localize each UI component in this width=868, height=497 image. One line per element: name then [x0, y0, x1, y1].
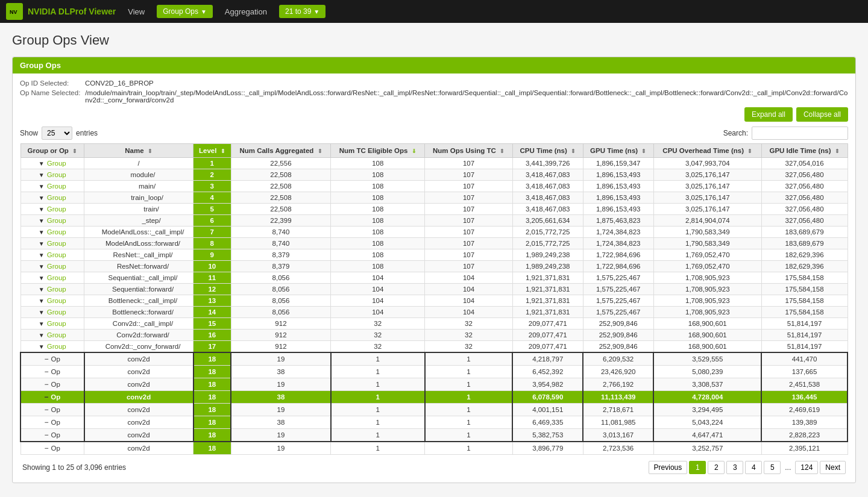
cpu-time-cell: 1,921,371,831 [512, 307, 583, 318]
view-nav[interactable]: View [123, 5, 149, 19]
table-row[interactable]: ▼GroupResNet::_call_impl/98,3791081071,9… [20, 249, 848, 261]
page-124-button[interactable]: 124 [795, 461, 818, 474]
expand-arrow[interactable]: ▼ [39, 320, 45, 327]
table-row[interactable]: ▼Group/122,5561081073,441,399,7261,896,1… [20, 158, 848, 169]
num-tc-eligible-cell: 32 [331, 318, 425, 330]
expand-arrow[interactable]: ▼ [39, 332, 45, 339]
col-cpu-time[interactable]: CPU Time (ns) ⇕ [512, 144, 583, 158]
table-row[interactable]: −Opconv2d1838116,469,33511,081,9855,043,… [20, 416, 848, 429]
expand-arrow[interactable]: − [45, 405, 49, 414]
cpu-overhead-cell: 3,252,757 [653, 442, 761, 455]
expand-arrow[interactable]: ▼ [39, 206, 45, 213]
page-3-button[interactable]: 3 [726, 461, 743, 474]
page-1-button[interactable]: 1 [689, 461, 706, 474]
table-row[interactable]: ▼GroupModelAndLoss::_call_impl/78,740108… [20, 227, 848, 238]
num-tc-eligible-cell: 1 [331, 366, 425, 378]
expand-arrow[interactable]: − [45, 431, 49, 439]
page-2-button[interactable]: 2 [708, 461, 725, 474]
col-gpu-time[interactable]: GPU Time (ns) ⇕ [583, 144, 653, 158]
expand-all-button[interactable]: Expand all [744, 107, 793, 122]
expand-arrow[interactable]: ▼ [39, 263, 45, 270]
num-tc-eligible-cell: 1 [331, 429, 425, 442]
collapse-all-button[interactable]: Collapse all [796, 107, 848, 122]
entries-select[interactable]: 25 50 100 [42, 127, 72, 140]
table-row[interactable]: ▼GroupModelAndLoss::forward/88,740108107… [20, 238, 848, 249]
col-group-or-op[interactable]: Group or Op ⇕ [20, 144, 84, 158]
num-calls-cell: 22,399 [231, 215, 331, 227]
expand-arrow[interactable]: − [45, 380, 49, 389]
expand-arrow[interactable]: − [45, 418, 49, 427]
expand-arrow[interactable]: ▼ [39, 252, 45, 258]
expand-arrow[interactable]: ▼ [39, 309, 45, 316]
expand-arrow[interactable]: ▼ [39, 240, 45, 247]
table-row[interactable]: −Opconv2d1819114,001,1512,718,6713,294,4… [20, 404, 848, 416]
table-row[interactable]: ▼GroupConv2d::forward/169123232209,077,4… [20, 330, 848, 341]
op-id-row: Op ID Selected: CONV2D_16_BPROP [20, 80, 848, 87]
search-input[interactable] [752, 127, 848, 140]
group-or-op-cell: ▼Group [20, 341, 84, 353]
table-row[interactable]: ▼Groupmain/322,5081081073,418,467,0831,8… [20, 181, 848, 192]
expand-arrow[interactable]: ▼ [39, 298, 45, 304]
expand-arrow[interactable]: ▼ [39, 229, 45, 236]
group-or-op-cell: −Op [20, 442, 84, 455]
next-button[interactable]: Next [820, 461, 846, 474]
gpu-idle-cell: 175,584,158 [761, 307, 848, 318]
col-num-ops-tc[interactable]: Num Ops Using TC ⇕ [425, 144, 513, 158]
table-row[interactable]: ▼GroupSequential::_call_impl/118,0561041… [20, 272, 848, 284]
name-cell: ModelAndLoss::forward/ [84, 238, 193, 249]
table-row[interactable]: −Opconv2d1819115,382,7533,013,1674,647,4… [20, 429, 848, 442]
cpu-overhead-cell: 5,043,224 [653, 416, 761, 429]
table-row[interactable]: ▼GroupBottleneck::_call_impl/138,0561041… [20, 295, 848, 307]
expand-arrow[interactable]: ▼ [39, 343, 45, 350]
group-ops-btn[interactable]: Group Ops ▼ [157, 5, 213, 18]
expand-arrow[interactable]: ▼ [39, 217, 45, 224]
cpu-time-cell: 209,077,471 [512, 341, 583, 353]
num-calls-cell: 38 [231, 416, 331, 429]
gpu-idle-cell: 137,665 [761, 366, 848, 378]
table-row[interactable]: −Opconv2d1838116,452,39223,426,9205,080,… [20, 366, 848, 378]
col-cpu-overhead[interactable]: CPU Overhead Time (ns) ⇕ [653, 144, 761, 158]
col-name[interactable]: Name ⇕ [84, 144, 193, 158]
expand-arrow[interactable]: ▼ [39, 195, 45, 201]
group-or-op-cell: ▼Group [20, 330, 84, 341]
table-row[interactable]: ▼Groupmodule/222,5081081073,418,467,0831… [20, 169, 848, 181]
expand-arrow[interactable]: − [45, 444, 49, 452]
table-row[interactable]: ▼GroupSequential::forward/128,0561041041… [20, 284, 848, 295]
num-calls-cell: 912 [231, 318, 331, 330]
table-row[interactable]: −Opconv2d1819113,896,7792,723,5363,252,7… [20, 442, 848, 455]
table-row[interactable]: ▼Grouptrain_loop/422,5081081073,418,467,… [20, 192, 848, 204]
cpu-overhead-cell: 3,047,993,704 [653, 158, 761, 169]
cpu-overhead-cell: 3,294,495 [653, 404, 761, 416]
table-header-row: Group or Op ⇕ Name ⇕ Level ⇕ Num Calls A… [20, 144, 848, 158]
col-num-tc-eligible[interactable]: Num TC Eligible Ops ⇓ [331, 144, 425, 158]
page-4-button[interactable]: 4 [745, 461, 762, 474]
num-tc-eligible-cell: 1 [331, 404, 425, 416]
table-row[interactable]: −Opconv2d1819114,218,7976,209,5323,529,5… [20, 352, 848, 366]
col-level[interactable]: Level ⇕ [193, 144, 231, 158]
table-row[interactable]: ▼Group_step/622,3991081073,205,661,6341,… [20, 215, 848, 227]
expand-arrow[interactable]: − [45, 355, 49, 363]
table-row[interactable]: −Opconv2d1838116,078,59011,113,4394,728,… [20, 391, 848, 404]
expand-arrow[interactable]: ▼ [39, 172, 45, 178]
col-gpu-idle[interactable]: GPU Idle Time (ns) ⇕ [761, 144, 848, 158]
group-or-op-label: Group [47, 160, 66, 167]
page-5-button[interactable]: 5 [764, 461, 781, 474]
expand-arrow[interactable]: ▼ [39, 286, 45, 293]
expand-arrow[interactable]: ▼ [39, 275, 45, 281]
expand-arrow[interactable]: − [44, 393, 48, 401]
expand-arrow[interactable]: ▼ [39, 160, 45, 167]
brand: NV NVIDIA DLProf Viewer [6, 3, 116, 20]
col-num-calls[interactable]: Num Calls Aggregated ⇕ [231, 144, 331, 158]
table-row[interactable]: −Opconv2d1819113,954,9822,766,1923,308,5… [20, 378, 848, 391]
aggregation-nav[interactable]: Aggregation [220, 5, 272, 19]
table-row[interactable]: ▼GroupBottleneck::forward/148,0561041041… [20, 307, 848, 318]
range-btn[interactable]: 21 to 39 ▼ [279, 5, 326, 18]
expand-arrow[interactable]: − [45, 367, 49, 376]
table-row[interactable]: ▼GroupResNet::forward/108,3791081071,989… [20, 261, 848, 272]
table-row[interactable]: ▼Grouptrain/522,5081081073,418,467,0831,… [20, 204, 848, 215]
table-row[interactable]: ▼GroupConv2d::_conv_forward/179123232209… [20, 341, 848, 353]
table-row[interactable]: ▼GroupConv2d::_call_impl/159123232209,07… [20, 318, 848, 330]
prev-button[interactable]: Previous [649, 461, 688, 474]
entries-label: entries [76, 129, 98, 137]
expand-arrow[interactable]: ▼ [39, 183, 45, 190]
